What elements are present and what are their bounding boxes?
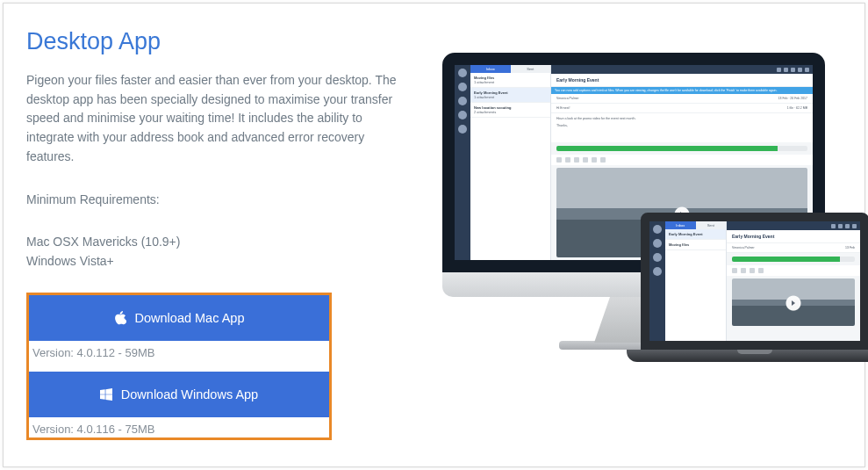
app-info-banner: You can now add captions and trim/cut fi… bbox=[551, 87, 813, 94]
description: Pigeon your files faster and easier than… bbox=[26, 71, 404, 166]
apple-icon bbox=[114, 311, 126, 325]
windows-icon bbox=[100, 388, 112, 401]
device-mockups: InboxSent Moving files1 attachment Early… bbox=[430, 28, 842, 451]
app-to-line: Hi Ernest! bbox=[556, 106, 570, 110]
app-progress-bar bbox=[556, 146, 807, 151]
left-column: Desktop App Pigeon your files faster and… bbox=[26, 28, 430, 451]
list-item-1: Moving files bbox=[474, 76, 547, 80]
downloads-highlight-box: Download Mac App Version: 4.0.112 - 59MB… bbox=[26, 293, 332, 440]
download-mac-button[interactable]: Download Mac App bbox=[29, 295, 329, 341]
download-windows-label: Download Windows App bbox=[121, 387, 258, 401]
app-thread-list: InboxSent Moving files1 attachment Early… bbox=[470, 65, 551, 260]
app-sender: Veronica Palmer bbox=[556, 97, 579, 100]
page-title: Desktop App bbox=[26, 28, 430, 55]
download-mac-label: Download Mac App bbox=[135, 311, 245, 325]
requirements-label: Minimum Requirements: bbox=[26, 192, 430, 206]
app-screenshot-laptop: InboxSent Early Morning Event Moving fil… bbox=[649, 221, 860, 341]
app-subject: Early Morning Event bbox=[556, 77, 807, 83]
windows-version-text: Version: 4.0.116 - 75MB bbox=[29, 417, 329, 437]
content-card: Desktop App Pigeon your files faster and… bbox=[3, 3, 865, 467]
app-tab-inbox: Inbox bbox=[470, 65, 511, 73]
app-tab-sent: Sent bbox=[511, 65, 551, 73]
mac-version-text: Version: 4.0.112 - 59MB bbox=[29, 341, 329, 372]
download-windows-button[interactable]: Download Windows App bbox=[29, 372, 329, 417]
laptop-screen: InboxSent Early Morning Event Moving fil… bbox=[641, 213, 868, 350]
list-item-2: Early Morning Event bbox=[474, 90, 547, 95]
list-item-3: New location scouting bbox=[474, 105, 547, 110]
requirement-mac: Mac OSX Mavericks (10.9+) bbox=[26, 233, 430, 252]
requirement-windows: Windows Vista+ bbox=[26, 252, 430, 271]
laptop-mockup: InboxSent Early Morning Event Moving fil… bbox=[641, 213, 868, 362]
app-nav-rail bbox=[455, 65, 470, 260]
